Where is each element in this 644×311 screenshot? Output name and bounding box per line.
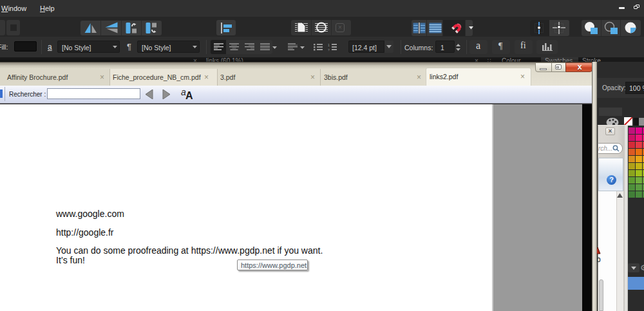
svg-text:1: 1 bbox=[328, 44, 330, 47]
svg-text:2: 2 bbox=[328, 48, 330, 51]
